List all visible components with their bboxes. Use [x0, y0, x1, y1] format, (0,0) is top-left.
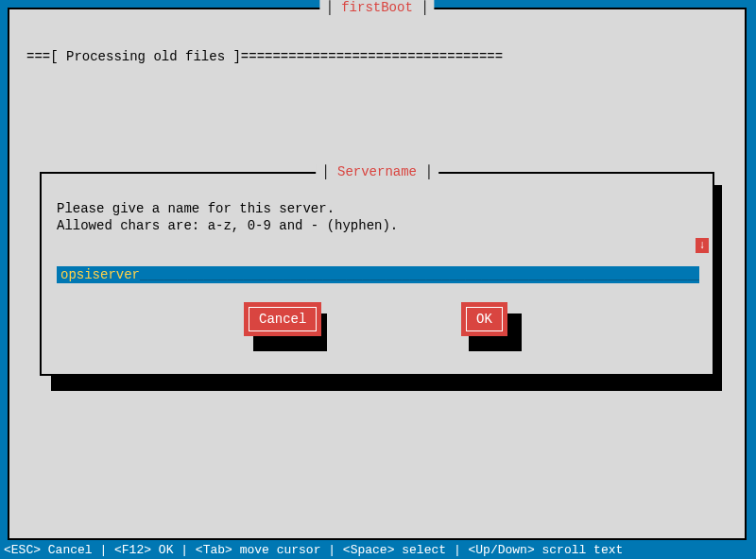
- ok-button[interactable]: OK: [461, 302, 507, 336]
- footer-hotkey-bar: <ESC> Cancel | <F12> OK | <Tab> move cur…: [0, 542, 756, 559]
- processing-section-header: ===[ Processing old files ]=============…: [26, 49, 503, 64]
- dialog-title: Servername: [316, 164, 438, 179]
- dialog-prompt: Please give a name for this server. Allo…: [57, 200, 398, 234]
- prompt-line-1: Please give a name for this server.: [57, 201, 335, 216]
- input-value: opsiserver: [60, 267, 140, 282]
- outer-frame: firstBoot ===[ Processing old files ]===…: [8, 8, 747, 540]
- cancel-button-label: Cancel: [249, 307, 317, 331]
- scroll-down-icon[interactable]: ↓: [696, 238, 709, 253]
- prompt-line-2: Allowed chars are: a-z, 0-9 and - (hyphe…: [57, 218, 398, 233]
- outer-title: firstBoot: [319, 0, 434, 15]
- input-underline-fill: ________________________________________…: [140, 267, 699, 282]
- servername-dialog: Servername Please give a name for this s…: [40, 172, 714, 376]
- cancel-button[interactable]: Cancel: [244, 302, 321, 336]
- servername-input[interactable]: opsiserver______________________________…: [57, 266, 699, 283]
- ok-button-label: OK: [466, 307, 503, 331]
